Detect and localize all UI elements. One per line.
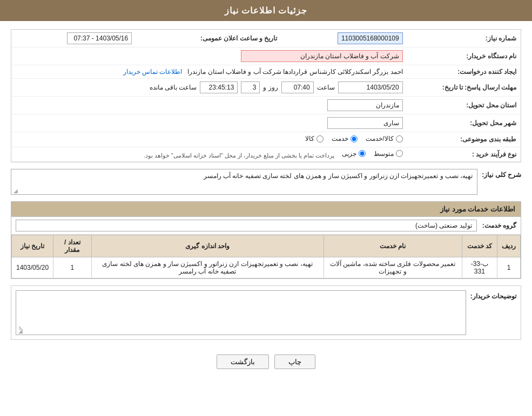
saaat-baqi-label: ساعت باقی مانده (150, 84, 197, 91)
time-box: 07:40 (281, 81, 314, 93)
page-title: جزئیات اطلاعات نیاز (0, 0, 532, 21)
tabaqe-radio-group: کالا/خدمت خدمت کالا (305, 135, 402, 142)
toozihat-box[interactable]: ◢ (16, 290, 466, 335)
kala-radio[interactable] (316, 135, 324, 142)
name-dastgah-label: نام دستگاه خریدار: (407, 47, 521, 65)
sharh-resize-handle: ◢ (12, 188, 18, 193)
mohlat-label: مهلت ارسال پاسخ: تا تاریخ: (407, 79, 521, 97)
ijad-link[interactable]: اطلاعات تماس خریدار (123, 68, 183, 76)
button-row: چاپ بازگشت (11, 346, 521, 374)
bazgasht-button[interactable]: بازگشت (217, 354, 269, 369)
sharh-text: تهیه، نصب و تعمیرتجهیزات ازن زنراتور و ا… (204, 172, 473, 180)
motavaset-radio-item[interactable]: متوسط (374, 150, 403, 158)
kala-khedmat-label: کالا/خدمت (366, 135, 393, 142)
time-label: ساعت (317, 84, 335, 91)
sharh-label: شرح کلی نیاز: (482, 169, 521, 179)
kala-label: کالا (305, 135, 314, 142)
ostan-tahvil-label: استان محل تحویل: (407, 97, 521, 114)
col-vahed: واحد اندازه گیری (91, 235, 324, 257)
cell-tedad: 1 (53, 257, 91, 278)
asnad-note: پرداخت تمام یا بخشی از مبلغ خریدار، از م… (144, 152, 335, 158)
name-dastgah-box: شرکت آب و فاضلاب استان مازندران (241, 50, 403, 62)
group-label: گروه خدمت: (482, 222, 516, 229)
cell-vahed: تهیه، نصب و تعمیرتجهیزات ازن زنراتور و ا… (91, 257, 324, 278)
khedmat-radio[interactable] (351, 135, 358, 142)
tabaqe-label: طبقه بندی موضوعی: (407, 132, 521, 147)
col-kod: کد خدمت (462, 235, 497, 257)
col-radif: ردیف (497, 235, 521, 257)
saaat-baqi-box: 23:45:13 (200, 81, 238, 93)
toozihat-textarea[interactable] (18, 293, 463, 331)
shomara-niaz-value: 1103005168000109 (281, 30, 407, 47)
kala-khedmat-radio-item[interactable]: کالا/خدمت (366, 135, 402, 142)
name-dastgah-value: شرکت آب و فاضلاب استان مازندران (11, 47, 407, 65)
motavaset-radio[interactable] (396, 150, 403, 157)
chap-button[interactable]: چاپ (274, 354, 315, 369)
khedmat-radio-item[interactable]: خدمت (332, 135, 358, 142)
shahr-tahvil-box: ساری (327, 117, 403, 129)
shahr-tahvil-label: شهر محل تحویل: (407, 114, 521, 132)
elan-value: 1403/05/16 - 07:37 (11, 30, 136, 47)
roz-box: 3 (241, 81, 260, 93)
col-name: نام خدمت (324, 235, 462, 257)
shomara-niaz-label: شماره نیاز: (407, 30, 521, 47)
cell-tarikh: 1403/05/20 (12, 257, 53, 278)
ostan-tahvil-box: مازندران (327, 99, 403, 111)
elan-box: 1403/05/16 - 07:37 (67, 32, 132, 44)
ijad-label: ایجاد کننده درخواست: (407, 65, 521, 79)
ijad-text: احمد بزرگر اسکندرکلائی کارشناس قراردادها… (187, 68, 402, 76)
nooe-farayand-label: نوع فرآیند خرید : (407, 147, 521, 162)
roz-label: روز و (263, 84, 278, 91)
cell-kod: ب-33-331 (462, 257, 497, 278)
kala-radio-item[interactable]: کالا (305, 135, 324, 142)
jozi-radio-item[interactable]: جزیی (342, 150, 366, 158)
toozihat-resize-handle: ◢ (17, 328, 23, 333)
khedmat-label: خدمت (332, 135, 348, 142)
farayand-radio-group: متوسط جزیی (342, 150, 403, 158)
col-tedad: تعداد / مقدار (53, 235, 91, 257)
col-tarikh: تاریخ نیاز (12, 235, 53, 257)
table-row: 1ب-33-331تعمیر محصولات فلزی ساخته شده، م… (12, 257, 521, 278)
motavaset-label: متوسط (374, 150, 394, 158)
jozi-radio[interactable] (359, 150, 366, 157)
date-box: 1403/05/20 (338, 81, 403, 93)
jozi-label: جزیی (342, 150, 356, 158)
group-value: تولید صنعتی (ساخت) (16, 220, 477, 231)
elan-label: تاریخ و ساعت اعلان عمومی: (136, 30, 281, 47)
ijad-value: احمد بزرگر اسکندرکلائی کارشناس قراردادها… (11, 65, 407, 79)
shomara-niaz-box: 1103005168000109 (338, 32, 403, 44)
services-table: ردیف کد خدمت نام خدمت واحد اندازه گیری ت… (11, 235, 521, 278)
sharh-box: تهیه، نصب و تعمیرتجهیزات ازن زنراتور و ا… (11, 169, 477, 195)
group-row: گروه خدمت: تولید صنعتی (ساخت) (11, 217, 521, 235)
toozihat-label: توضیحات خریدار: (470, 290, 516, 300)
kala-khedmat-radio[interactable] (396, 135, 403, 142)
services-section-title: اطلاعات خدمات مورد نیاز (11, 201, 521, 216)
cell-radif: 1 (497, 257, 521, 278)
cell-name: تعمیر محصولات فلزی ساخته شده، ماشین آلات… (324, 257, 462, 278)
